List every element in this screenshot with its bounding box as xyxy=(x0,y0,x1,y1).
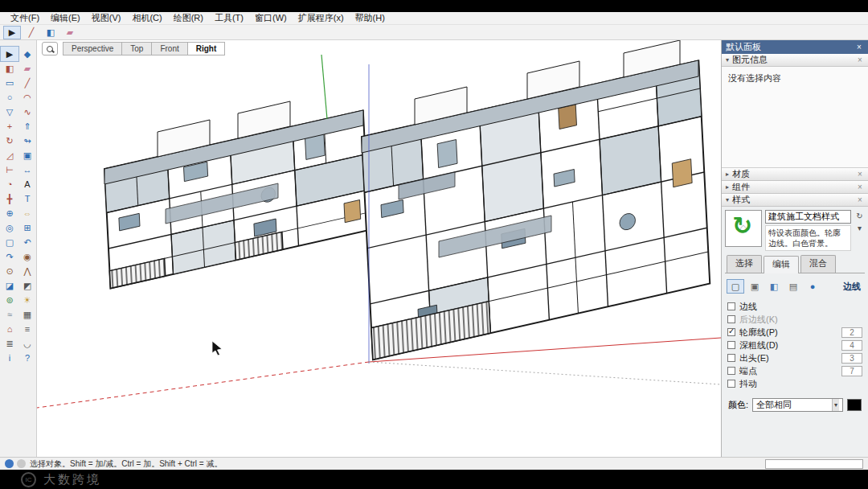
scene-tab-front[interactable]: Front xyxy=(152,42,187,55)
close-icon[interactable]: × xyxy=(854,43,864,51)
tool-3d-warehouse[interactable]: ⌂ xyxy=(1,322,18,336)
tool-offset[interactable]: ▣ xyxy=(18,148,36,162)
menu-draw[interactable]: 绘图(R) xyxy=(168,12,209,24)
edge-color-swatch[interactable] xyxy=(847,399,862,411)
close-icon[interactable]: × xyxy=(856,183,864,191)
checkbox[interactable] xyxy=(727,302,735,310)
scene-tab-perspective[interactable]: Perspective xyxy=(63,42,122,55)
value-field[interactable]: 2 xyxy=(841,327,862,338)
credits-icon[interactable] xyxy=(17,459,26,468)
tool-eraser[interactable]: ▰ xyxy=(18,61,36,76)
tool-soften-edges[interactable]: ◡ xyxy=(18,336,36,351)
tool-move[interactable]: + xyxy=(1,119,18,134)
tool-shadows[interactable]: ☀ xyxy=(18,293,36,307)
geolocation-icon[interactable] xyxy=(5,459,14,468)
tool-rectangle[interactable]: ▭ xyxy=(1,76,18,90)
menu-view[interactable]: 视图(V) xyxy=(86,12,127,24)
tool-rotate[interactable]: ↻ xyxy=(1,134,18,148)
tool-help[interactable]: ? xyxy=(18,351,36,365)
tool-section-fill[interactable]: ◩ xyxy=(18,278,36,293)
tool-paint-bucket[interactable]: ◧ xyxy=(1,61,18,76)
edge-color-dropdown[interactable]: 全部相同 ▾ xyxy=(752,398,843,412)
tool-arc[interactable]: ◠ xyxy=(18,90,36,105)
toolbar-eraser-icon[interactable]: ▰ xyxy=(61,26,79,39)
section-components[interactable]: ▸ 组件 × xyxy=(722,181,868,194)
checkbox[interactable] xyxy=(727,315,735,323)
update-style-icon[interactable]: ↻ xyxy=(856,212,862,220)
tool-fog[interactable]: ≈ xyxy=(1,307,18,322)
styles-tab-select[interactable]: 选择 xyxy=(727,255,762,273)
close-icon[interactable]: × xyxy=(856,195,864,204)
tool-protractor[interactable]: ◔ xyxy=(1,177,18,191)
tool-position-camera[interactable]: ◉ xyxy=(18,249,36,264)
tool-3d-text[interactable]: T xyxy=(18,191,36,206)
tool-select[interactable]: ▶ xyxy=(1,47,18,61)
tool-layers[interactable]: ≡ xyxy=(18,322,36,336)
tool-polygon[interactable]: ▽ xyxy=(1,105,18,119)
tool-freehand[interactable]: ∿ xyxy=(18,105,36,119)
tool-circle[interactable]: ○ xyxy=(1,90,18,105)
tool-next[interactable]: ↷ xyxy=(1,249,18,264)
value-field[interactable]: 4 xyxy=(841,340,862,351)
close-icon[interactable]: × xyxy=(856,55,864,64)
value-field[interactable]: 3 xyxy=(841,353,862,364)
scene-tab-right[interactable]: Right xyxy=(188,42,226,55)
tool-match-photo[interactable]: ▦ xyxy=(18,307,36,322)
menu-file[interactable]: 文件(F) xyxy=(5,12,45,24)
styles-tab-mix[interactable]: 混合 xyxy=(800,255,836,273)
section-entity-info[interactable]: ▾ 图元信息 × xyxy=(722,54,868,67)
style-name-input[interactable] xyxy=(765,210,851,224)
tool-zoom-extents[interactable]: ▢ xyxy=(1,235,18,249)
background-settings-icon[interactable]: ◧ xyxy=(765,279,783,294)
watermark-settings-icon[interactable]: ▤ xyxy=(784,279,802,294)
checkbox[interactable] xyxy=(727,380,735,388)
tool-line[interactable]: ╱ xyxy=(18,76,36,90)
style-menu-icon[interactable]: ▾ xyxy=(858,224,862,232)
face-settings-icon[interactable]: ▣ xyxy=(746,279,764,294)
styles-tab-edit[interactable]: 编辑 xyxy=(764,256,799,273)
tool-add-location[interactable]: ⊚ xyxy=(1,293,18,307)
tool-section-plane[interactable]: ◪ xyxy=(1,278,18,293)
measurement-input[interactable] xyxy=(765,459,863,469)
tool-dimension[interactable]: ↔ xyxy=(18,162,36,177)
value-field[interactable]: 7 xyxy=(841,366,862,376)
menu-camera[interactable]: 相机(C) xyxy=(126,12,167,24)
tool-zoom-window[interactable]: ⊞ xyxy=(18,220,36,235)
menu-tools[interactable]: 工具(T) xyxy=(209,12,249,24)
section-materials[interactable]: ▸ 材质 × xyxy=(722,168,868,181)
section-styles[interactable]: ▾ 样式 × xyxy=(722,194,868,207)
menu-edit[interactable]: 编辑(E) xyxy=(45,12,86,24)
edge-settings-icon[interactable]: ▢ xyxy=(727,279,744,294)
menu-window[interactable]: 窗口(W) xyxy=(249,12,293,24)
checkbox[interactable] xyxy=(727,341,735,349)
tool-text[interactable]: A xyxy=(18,177,36,191)
tool-previous[interactable]: ↶ xyxy=(18,235,36,249)
tool-orbit[interactable]: ⊕ xyxy=(1,206,18,220)
tool-look-around[interactable]: ⊙ xyxy=(1,264,18,278)
checkbox[interactable] xyxy=(727,328,735,336)
checkbox[interactable] xyxy=(727,367,735,375)
scene-tab-top[interactable]: Top xyxy=(122,42,152,55)
tool-follow-me[interactable]: ↬ xyxy=(18,134,36,148)
toolbar-line-icon[interactable]: ╱ xyxy=(23,26,40,39)
tool-pan[interactable]: ⇔ xyxy=(18,206,36,220)
tool-outliner[interactable]: ≣ xyxy=(1,336,18,351)
style-thumbnail[interactable]: ⌂ ↻ xyxy=(725,210,762,247)
toolbar-paint-bucket-icon[interactable]: ◧ xyxy=(42,26,59,39)
model-viewport[interactable]: PerspectiveTopFrontRight xyxy=(37,40,721,457)
search-icon[interactable] xyxy=(42,42,58,55)
tool-tape-measure[interactable]: ⊢ xyxy=(1,162,18,177)
modeling-settings-icon[interactable]: ● xyxy=(804,279,821,294)
tool-zoom[interactable]: ◎ xyxy=(1,220,18,235)
tool-scale[interactable]: ◿ xyxy=(1,148,18,162)
tool-axes[interactable]: ╋ xyxy=(1,191,18,206)
menu-help[interactable]: 帮助(H) xyxy=(350,12,391,24)
tool-model-info[interactable]: i xyxy=(1,351,18,365)
tray-title-bar[interactable]: 默认面板 × xyxy=(722,40,868,54)
toolbar-select-icon[interactable]: ▶ xyxy=(3,26,21,39)
tool-walk[interactable]: ⋀ xyxy=(18,264,36,278)
tool-make-component[interactable]: ◆ xyxy=(18,47,36,61)
checkbox[interactable] xyxy=(727,354,735,362)
close-icon[interactable]: × xyxy=(856,170,864,179)
menu-extensions[interactable]: 扩展程序(x) xyxy=(293,12,350,24)
